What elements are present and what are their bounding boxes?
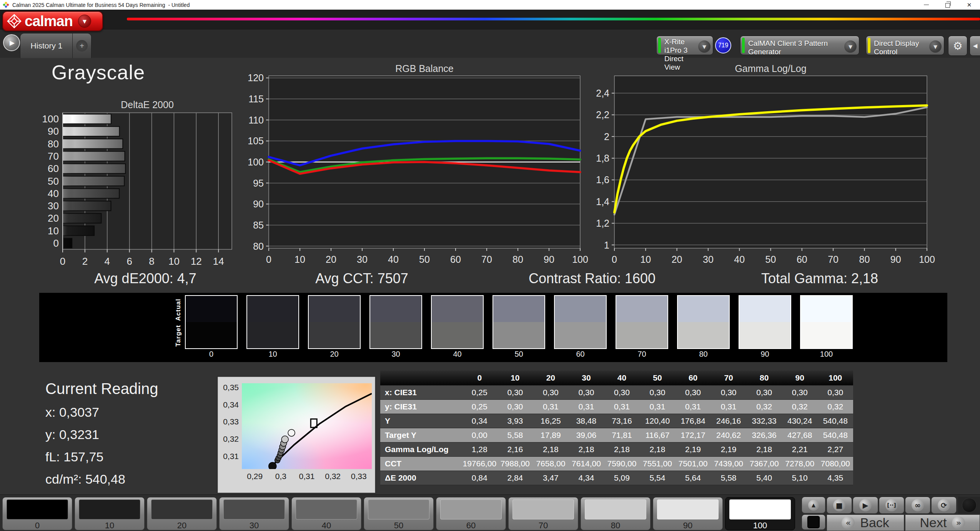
table-cell: 2,16 xyxy=(497,442,533,456)
table-cell: 5,58 xyxy=(497,428,533,442)
table-cell: 4,35 xyxy=(817,471,853,485)
pattern-window-button[interactable] xyxy=(802,514,825,530)
pattern-level-button-10[interactable]: 10 xyxy=(75,497,145,530)
svg-text:70: 70 xyxy=(48,150,59,162)
swatch-level-label: 100 xyxy=(800,350,853,359)
refresh-button[interactable]: ⟳ xyxy=(931,497,957,514)
cie-x-tick: 0,3 xyxy=(275,472,286,481)
pattern-level-button-20[interactable]: 20 xyxy=(147,497,217,530)
table-cell: 73,16 xyxy=(604,414,640,428)
pattern-swatch xyxy=(440,499,502,519)
display-control-dropdown[interactable]: Direct Display Control ▼ xyxy=(866,36,944,55)
svg-text:90: 90 xyxy=(544,254,554,265)
tab-history-1[interactable]: History 1 xyxy=(20,33,73,58)
pattern-level-button-80[interactable]: 80 xyxy=(581,497,651,530)
calman-app-window: Calman 2025 Calman Ultimate for Business… xyxy=(0,0,980,531)
minimize-button[interactable] xyxy=(915,0,937,10)
grayscale-swatch xyxy=(246,295,299,349)
svg-text:90: 90 xyxy=(48,125,59,137)
pattern-level-button-60[interactable]: 60 xyxy=(436,497,506,530)
gear-icon: ⚙ xyxy=(953,40,962,52)
swatch-actual-half xyxy=(370,296,421,322)
grayscale-data-table: 0102030405060708090100x: CIE310,250,300,… xyxy=(380,371,853,485)
pattern-level-label: 40 xyxy=(292,521,361,531)
swatch-level-label: 80 xyxy=(677,350,730,359)
table-row-label: y: CIE31 xyxy=(380,400,462,414)
table-row-label: Target Y xyxy=(380,428,462,442)
table-row-label: ΔE 2000 xyxy=(380,471,462,485)
svg-text:100: 100 xyxy=(572,254,588,265)
rgb-balance-chart: 8085909510010511011512001020304050607080… xyxy=(246,70,588,266)
pattern-level-button-90[interactable]: 90 xyxy=(653,497,723,530)
loop-button[interactable]: ∞ xyxy=(905,497,930,514)
pattern-level-button-50[interactable]: 50 xyxy=(364,497,434,530)
summary-contrast-ratio: Contrast Ratio: 1600 xyxy=(529,271,656,287)
pattern-generator-dropdown[interactable]: CalMAN Client 3 Pattern Generator ▼ xyxy=(740,36,859,55)
table-row-label: x: CIE31 xyxy=(380,386,462,399)
calman-menu-button[interactable]: calman ▼ xyxy=(2,11,103,31)
table-cell: 0,30 xyxy=(497,400,533,414)
play-button[interactable]: ▶ xyxy=(853,497,878,514)
table-cell: 116,67 xyxy=(640,428,676,442)
svg-text:10: 10 xyxy=(168,255,180,266)
pattern-swatch xyxy=(729,499,791,519)
swatch-level-label: 10 xyxy=(246,350,299,359)
pattern-level-button-70[interactable]: 70 xyxy=(508,497,578,530)
grayscale-swatch xyxy=(739,295,791,349)
svg-text:1: 1 xyxy=(604,240,609,250)
pattern-level-button-100[interactable]: 100 xyxy=(725,497,795,530)
meter-dropdown[interactable]: X-Rite i1Pro 3 Direct View ▼ xyxy=(656,36,713,55)
table-cell: 326,36 xyxy=(746,428,782,442)
table-cell: 5,54 xyxy=(640,471,676,485)
table-cell: 7658,00 xyxy=(533,457,569,471)
table-header-cell: 30 xyxy=(569,371,604,385)
window-title: Calman 2025 Calman Ultimate for Business… xyxy=(12,2,190,8)
close-button[interactable]: ✕ xyxy=(958,0,980,10)
pattern-level-button-0[interactable]: 0 xyxy=(2,497,72,530)
swatch-actual-half xyxy=(309,296,360,322)
cie-y-tick: 0,35 xyxy=(218,383,239,392)
table-cell: 2,19 xyxy=(711,442,747,456)
table-cell: 0,25 xyxy=(462,400,497,414)
stop-button[interactable]: ■ xyxy=(827,497,852,514)
swatch-actual-half xyxy=(678,296,729,322)
pattern-swatch xyxy=(512,499,574,519)
table-header-cell: 50 xyxy=(640,371,676,385)
table-cell: 2,84 xyxy=(497,471,533,485)
swatch-target-half xyxy=(186,322,237,348)
summary-avg-de2000: Avg dE2000: 4,7 xyxy=(94,271,196,287)
settings-button[interactable]: ⚙ xyxy=(948,36,967,56)
back-button[interactable]: « Back xyxy=(827,514,904,531)
restore-button[interactable] xyxy=(937,0,958,10)
add-tab-button[interactable]: + xyxy=(72,33,92,58)
pattern-level-button-30[interactable]: 30 xyxy=(219,497,289,530)
restore-icon xyxy=(945,3,950,8)
gamma-chart: 11,21,41,61,822,22,401020304050607080901… xyxy=(592,70,952,266)
svg-text:12: 12 xyxy=(191,255,202,266)
display-control-status-bar xyxy=(868,38,870,53)
current-reading-fl: fL: 157,75 xyxy=(45,449,103,464)
table-cell: 0,30 xyxy=(640,386,676,399)
table-cell: 0,31 xyxy=(569,400,604,414)
cie-chromaticity-chart: 0,310,320,330,340,350,290,30,310,320,33 xyxy=(218,377,375,493)
svg-text:50: 50 xyxy=(765,254,776,265)
back-label: Back xyxy=(860,515,889,530)
pattern-level-button-40[interactable]: 40 xyxy=(291,497,361,530)
grayscale-swatch xyxy=(185,295,238,349)
next-button[interactable]: Next » xyxy=(905,514,980,531)
page-title: Grayscale xyxy=(52,61,145,84)
pattern-up-button[interactable]: ▲ xyxy=(802,497,825,513)
session-play-button[interactable]: ▶ xyxy=(3,34,20,51)
swatch-actual-half xyxy=(432,296,483,322)
step-button[interactable]: [··] xyxy=(879,497,904,514)
meter-status-bar xyxy=(658,38,661,53)
table-header-row: 0102030405060708090100 xyxy=(380,371,853,386)
chevrons-right-icon: » xyxy=(952,516,965,529)
svg-text:14: 14 xyxy=(213,255,224,266)
target-row-label: Target xyxy=(175,323,183,349)
collapse-panel-button[interactable]: ◀ xyxy=(970,36,980,56)
meter-count-badge: 719 xyxy=(715,37,731,53)
pattern-bar: ▲ ■▶[··]∞⟳ « Back Next » 010203040506070… xyxy=(0,494,980,531)
svg-text:100: 100 xyxy=(919,254,935,265)
close-icon: ✕ xyxy=(967,2,972,8)
